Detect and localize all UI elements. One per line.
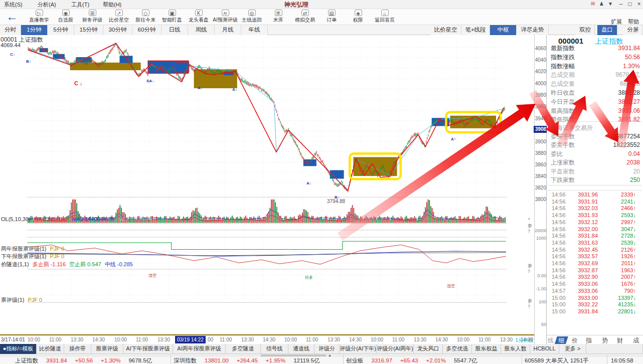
tick-row: 15:003933.0013397↓ [547,294,643,301]
mail-icon[interactable]: ✉ [591,1,595,7]
view-tab-比价星空[interactable]: 比价星空 [430,25,461,35]
toolbar-item-龙头看盘[interactable]: K龙头看盘 [185,9,213,25]
tick-time: 15:00 [552,301,566,308]
tick-row: 14:563932.452126↑ [547,246,643,253]
period-tab-15分钟[interactable]: 15分钟 [74,25,103,35]
toolbar-item-主线追踪[interactable]: ◎主线追踪 [238,9,266,25]
toolbar-item-直播教学[interactable]: ▷直播教学 [25,9,53,25]
maximize-button[interactable]: □ [626,1,634,8]
indicator-tab-AI下年报股票评级[interactable]: AI下年报股票评级 [123,344,173,354]
period-tab-1分钟[interactable]: 1分钟 [21,25,48,35]
indicator-tab-操作带[interactable]: 操作带 [64,344,91,354]
scrollbar-arrow-icon[interactable]: ▲ [328,353,332,357]
toolbar-item-返回首页[interactable]: ⌂返回首页 [371,9,399,25]
panel-param-button[interactable]: ? [528,269,530,274]
indicator-tab-评级分[interactable]: 评级分 [314,344,340,354]
filter-icon[interactable]: ▼ [608,1,613,7]
back-button[interactable]: ← [6,10,18,24]
quote-row-label: 昨日收盘 [551,89,575,97]
indicator-tab-filler [586,344,643,354]
live-teaching-icon: ▷ [36,10,43,16]
indicator-tab-信号线[interactable]: 信号线 [261,344,288,354]
minimize-button[interactable]: – [617,1,625,8]
panel-scale-label: 1000 [535,236,546,241]
period-tab-月线[interactable]: 月线 [215,25,241,35]
toolbar-item-比价星空[interactable]: ↗比价星空 [105,9,133,25]
tick-time: 14:56 [552,253,566,260]
toolbar-item-label: 订单 [317,17,346,24]
quote-row-最低指数: 最低指数3891.82 [547,115,643,123]
toolbar-item-AI预测评级[interactable]: AIAI预测评级 [211,9,239,25]
time-label: 10:00 [114,337,127,342]
view-tab-双控[interactable]: 双控 [576,25,595,35]
toolbar-item-订单[interactable]: ▤订单 [317,9,346,25]
indicator-tab-股东人数[interactable]: 股东人数 [501,344,530,354]
user-icon[interactable]: ♟ [599,1,604,7]
y-tick: 3800 [535,197,546,202]
tick-row: 14:563931.632539↓ [547,239,643,246]
indicator-tab-HCBOLL[interactable]: HCBOLL [530,344,559,354]
chart-area[interactable]: 00001 上证指数 4069.44 3794.88 OL(5,10,30)MA… [0,35,534,344]
watchlist-icon: ◉ [62,10,70,16]
period-tab-年线[interactable]: 年线 [241,25,268,35]
view-tab-笔+线段[interactable]: 笔+线段 [461,25,490,35]
toolbar-item-自选股[interactable]: ◉自选股 [52,9,80,25]
period-tab-5分钟[interactable]: 5分钟 [48,25,74,35]
status-value: 605589 大单买入 1251手 [525,357,589,363]
view-tab-详尽走势[interactable]: 详尽走势 [517,25,549,35]
indicator-tab-通道线[interactable]: 通道线 [288,344,314,354]
period-tab-分时[interactable]: 分时 [0,25,21,35]
quote-separator [548,190,642,191]
menu-item-1[interactable]: 分析(A) [38,1,56,9]
view-tab-中枢[interactable]: 中枢 [490,25,517,35]
tick-price: 3933.00 [578,294,598,301]
view-tab-分屏[interactable]: 分屏 [623,25,643,35]
quote-row-label: 委卖手数 [551,141,575,149]
toolbar-item-米库[interactable]: 米米库 [264,9,292,25]
toolbar-item-label: AI预测评级 [211,17,239,24]
indicator-tab-更多 >[interactable]: 更多 > [559,344,586,354]
indicator-tab-龙头风口[interactable]: 龙头风口 [414,344,443,354]
toolbar-item-label: 财务评级 [78,17,106,24]
toolbar-item-label: 股往今来 [131,17,159,24]
indicator-tab-评级分(AI两年)[interactable]: 评级分(AI两年) [377,344,414,354]
time-label: 14:30 [349,337,362,342]
menu-item-0[interactable]: 系统(S) [4,1,23,9]
indicator-tab-●指标/○模板[interactable]: ●指标/○模板 [0,344,37,354]
toolbar-link-帮助[interactable]: 帮助 [628,18,639,26]
toolbar-item-权限[interactable]: ◈权限 [344,9,372,25]
time-label: 10:00 [284,337,297,342]
period-tab-周线[interactable]: 周线 [188,25,215,35]
toolbar-item-模拟交易[interactable]: ⇄模拟交易 [291,9,319,25]
quote-panel: 000001 上证指数 上海证券交易所 14:563931.962339↑14:… [547,35,643,344]
indicator-tab-股东权益[interactable]: 股东权益 [472,344,501,354]
tick-row: 15:003932.2241235↓ [547,301,643,308]
period-tab-30分钟[interactable]: 30分钟 [103,25,132,35]
panel-param-button[interactable]: ? [528,304,530,309]
indicator-tab-多空优选[interactable]: 多空优选 [443,344,472,354]
period-tab-日线[interactable]: 日线 [162,25,188,35]
panel-param-button[interactable]: ? [528,229,530,234]
panel-param-button[interactable]: + [528,217,530,222]
app-title: 神光弘理 [283,1,308,9]
view-tab-盘口[interactable]: 盘口 [597,25,617,35]
toolbar-item-label: 主线追踪 [238,17,266,24]
indicator-tab-多空隧道[interactable]: 多空隧道 [226,344,261,354]
indicator-tab-评级分(AI下年)[interactable]: 评级分(AI下年) [340,344,377,354]
close-button[interactable]: × [635,1,643,8]
indicator-tab-股票评级[interactable]: 股票评级 [91,344,123,354]
period-tab-60分钟[interactable]: 60分钟 [132,25,162,35]
tick-time: 14:56 [552,239,566,246]
scrollbar-thumb[interactable] [261,354,326,356]
menu-item-3[interactable]: 帮助(H) [103,1,121,9]
price-badge: 3908 [534,126,548,133]
quote-row-label: 指数涨幅 [551,62,575,70]
toolbar-item-股往今来[interactable]: ◇股往今来 [131,9,159,25]
indicator-tab-比价隧道[interactable]: 比价隧道 [37,344,64,354]
indicator-tab-AI两年报股票评级[interactable]: AI两年报股票评级 [173,344,226,354]
toolbar-item-财务评级[interactable]: ⊞财务评级 [78,9,106,25]
quote-row-value: 3892.27 [618,98,640,106]
toolbar-item-智能盯盘[interactable]: ▣智能盯盘 [158,9,186,25]
toolbar-link-扩展[interactable]: 扩展 [611,18,622,26]
menu-item-2[interactable]: 工具(T) [71,1,89,9]
